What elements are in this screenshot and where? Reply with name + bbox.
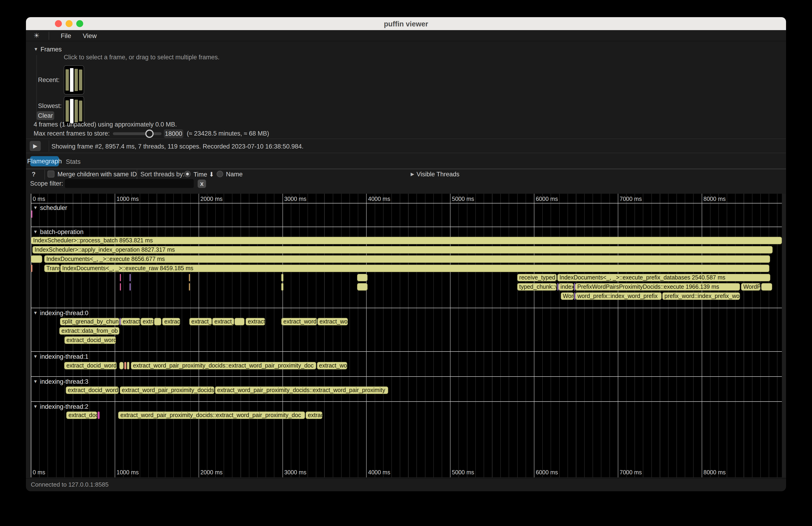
gridline-minor	[257, 194, 258, 477]
scope-bar[interactable]: extrac	[162, 318, 180, 325]
thread-header-scheduler[interactable]: ▼scheduler	[33, 204, 67, 211]
scope-bar[interactable]: IndexScheduler>::apply_index_operation 8…	[32, 246, 773, 253]
tab-stats[interactable]: Stats	[66, 158, 81, 165]
gridline-minor	[559, 194, 560, 477]
scope-bar[interactable]	[281, 274, 284, 281]
scope-bar[interactable]: extract_docid_word	[64, 362, 117, 369]
scope-bar[interactable]: typed_chunk::w	[517, 283, 556, 291]
chevron-down-icon: ▼	[33, 310, 38, 316]
scope-bar[interactable]: receive_typed_	[517, 274, 556, 281]
scope-bar[interactable]	[127, 362, 129, 369]
scope-bar[interactable]	[124, 362, 126, 369]
scope-bar[interactable]: Trans	[44, 265, 60, 272]
gridline-minor	[576, 194, 576, 477]
merge-children-checkbox[interactable]	[47, 171, 55, 177]
scope-bar[interactable]: prefix_word::index_prefix_wo	[662, 292, 740, 300]
thumbnail-bar	[70, 68, 73, 92]
scope-bar[interactable]	[31, 210, 32, 218]
scope-bar[interactable]	[557, 283, 559, 291]
scope-bar[interactable]	[130, 274, 131, 281]
scope-bar[interactable]	[574, 292, 576, 300]
axis-bottom-tick: 1000 ms	[117, 469, 139, 476]
clear-button[interactable]: Clear	[37, 111, 54, 120]
scope-bar[interactable]	[761, 283, 772, 291]
tab-flamegraph[interactable]: Flamegraph	[30, 156, 59, 166]
thread-header-indexing-thread:1[interactable]: ▼indexing-thread:1	[33, 353, 88, 360]
scope-bar[interactable]: extract_docid_word	[66, 386, 119, 394]
axis-bottom-tick: 2000 ms	[201, 469, 223, 476]
menu-item-file[interactable]: File	[61, 32, 71, 40]
axis-bottom-tick: 0 ms	[33, 469, 45, 476]
scope-bar[interactable]	[154, 318, 161, 325]
scope-bar[interactable]: extract::data_from_ob	[59, 327, 119, 335]
scope-bar[interactable]	[189, 283, 190, 291]
help-button[interactable]: ?	[32, 171, 36, 178]
thumbnail-bar	[66, 69, 69, 90]
play-button[interactable]: ▶	[30, 141, 41, 151]
sun-icon[interactable]: ☀	[33, 31, 40, 40]
scope-bar[interactable]: IndexScheduler>::process_batch 8953.821 …	[31, 237, 782, 244]
scope-bar[interactable]	[120, 283, 121, 291]
gridline-minor	[744, 194, 744, 477]
scope-bar[interactable]: extract_	[189, 318, 212, 325]
scope-bar[interactable]	[31, 265, 32, 272]
flamegraph-canvas[interactable]: 0 ms1000 ms2000 ms3000 ms4000 ms5000 ms6…	[31, 194, 782, 477]
scope-bar[interactable]: extract_word_pair_proximity_docids::extr…	[118, 411, 305, 419]
scope-bar[interactable]: extrac	[306, 411, 322, 419]
scope-bar[interactable]: extract_wo	[317, 362, 347, 369]
scope-bar[interactable]: WordPr	[741, 283, 760, 291]
scope-bar[interactable]	[98, 411, 100, 419]
scope-bar[interactable]: extract_wo	[318, 318, 348, 325]
scope-bar[interactable]: extract_w	[212, 318, 234, 325]
gridline-minor	[467, 194, 467, 477]
scope-bar[interactable]: extract_word_pair_proximity_docids::extr…	[215, 386, 388, 394]
scope-bar[interactable]	[357, 274, 367, 281]
sort-time-radio[interactable]	[184, 171, 191, 177]
scope-bar[interactable]	[189, 274, 190, 281]
menu-item-view[interactable]: View	[83, 32, 97, 40]
gridline-minor	[769, 194, 769, 477]
scope-bar[interactable]	[234, 318, 245, 325]
gridline-minor	[89, 194, 90, 477]
scope-bar[interactable]: extract_doc	[66, 411, 97, 419]
thread-header-indexing-thread:2[interactable]: ▼indexing-thread:2	[33, 403, 88, 410]
scope-filter-input[interactable]	[65, 179, 194, 188]
max-frames-slider[interactable]	[113, 132, 161, 135]
thread-header-batch-operation[interactable]: ▼batch-operation	[33, 229, 84, 236]
scope-bar[interactable]	[119, 362, 124, 369]
scope-bar[interactable]: word_prefix::index_word_prefix	[576, 292, 662, 300]
scope-bar[interactable]	[31, 255, 42, 263]
scope-bar[interactable]	[130, 283, 131, 291]
thread-header-indexing-thread:0[interactable]: ▼indexing-thread:0	[33, 310, 88, 317]
slider-knob[interactable]	[145, 130, 154, 138]
axis-bottom-tick: 7000 ms	[620, 469, 642, 476]
gridline-minor	[232, 194, 232, 477]
max-frames-value[interactable]: 18000	[164, 129, 183, 138]
scope-bar[interactable]: extract_word	[281, 318, 317, 325]
scope-bar[interactable]: extract_word_pair_proximity_docids::extr…	[131, 362, 316, 369]
thread-header-indexing-thread:3[interactable]: ▼indexing-thread:3	[33, 378, 88, 385]
scope-bar[interactable]: IndexDocuments<_, _>::execute 8656.677 m…	[44, 255, 770, 263]
scope-bar[interactable]: split_grenad_by_chun	[60, 318, 119, 325]
scope-bar[interactable]: IndexDocuments<_, _>::execute_raw 8459.1…	[60, 265, 770, 272]
scope-bar[interactable]: Word	[561, 292, 574, 300]
scope-bar[interactable]	[281, 283, 284, 291]
frames-section-header[interactable]: ▼Frames	[33, 46, 62, 53]
scope-bar[interactable]: extract_docid_word	[64, 336, 116, 344]
scope-bar[interactable]	[357, 283, 367, 291]
section-separator	[31, 376, 782, 377]
scope-bar[interactable]: extra	[141, 318, 154, 325]
scope-bar[interactable]: extract_word_pair_proximity_docids	[120, 386, 215, 394]
recent-frame-thumbnail[interactable]	[64, 65, 84, 94]
scope-bar[interactable]: IndexDocuments<_, _>::execute_prefix_dat…	[557, 274, 770, 281]
scope-bar[interactable]	[120, 274, 121, 281]
scope-bar[interactable]: index	[559, 283, 574, 291]
gridline-major	[702, 194, 702, 477]
scope-bar[interactable]: PrefixWordPairsProximityDocids::execute …	[575, 283, 740, 291]
visible-threads-header[interactable]: ▶Visible Threads	[411, 171, 460, 178]
scope-bar[interactable]: extract	[246, 318, 265, 325]
scope-bar[interactable]: extract	[121, 318, 140, 325]
gridline-minor	[190, 194, 191, 477]
clear-filter-button[interactable]: x	[198, 179, 206, 188]
sort-name-radio[interactable]	[217, 171, 223, 177]
